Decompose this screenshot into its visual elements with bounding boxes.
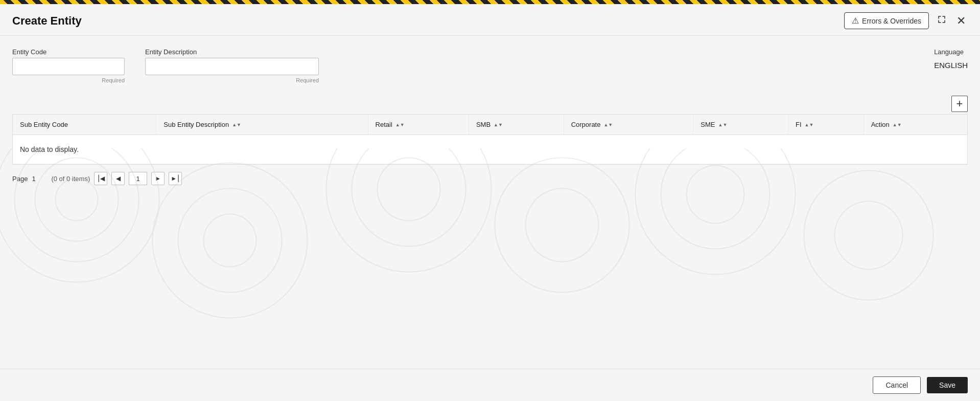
col-fi[interactable]: FI ▲▼ [788, 115, 864, 135]
sort-icon-fi: ▲▼ [805, 122, 814, 127]
col-sub-entity-code-label: Sub Entity Code [20, 121, 68, 128]
modal-footer: Cancel Save [0, 369, 980, 401]
sub-entity-table: Sub Entity Code Sub Entity Description ▲… [13, 115, 967, 164]
entity-description-required: Required [145, 77, 319, 83]
entity-code-label: Entity Code [12, 48, 125, 56]
sort-icon-action: ▲▼ [893, 122, 902, 127]
col-corporate-label: Corporate [571, 121, 601, 128]
expand-button[interactable] [935, 13, 948, 29]
close-button[interactable]: ✕ [954, 13, 968, 29]
first-page-button[interactable]: ⎮◀ [94, 172, 107, 185]
entity-code-group: Entity Code Required [12, 48, 125, 83]
col-smb[interactable]: SMB ▲▼ [469, 115, 564, 135]
modal-body: Entity Code Required Entity Description … [0, 36, 980, 369]
sort-icon-smb: ▲▼ [494, 122, 503, 127]
page-number-input[interactable] [129, 172, 147, 185]
prev-page-button[interactable]: ◀ [111, 172, 125, 185]
table-header: Sub Entity Code Sub Entity Description ▲… [13, 115, 967, 135]
entity-code-input[interactable] [12, 58, 125, 75]
language-label: Language [934, 48, 968, 56]
table-container: Sub Entity Code Sub Entity Description ▲… [12, 114, 968, 165]
next-page-button[interactable]: ► [151, 172, 165, 185]
col-sub-entity-desc-label: Sub Entity Description [164, 121, 229, 128]
col-retail-label: Retail [376, 121, 392, 128]
cancel-button[interactable]: Cancel [873, 376, 921, 394]
modal-container: Create Entity ⚠ Errors & Overrides ✕ Ent… [0, 4, 980, 401]
top-bar [0, 0, 980, 4]
sort-icon-retail: ▲▼ [395, 122, 405, 127]
col-action-label: Action [871, 121, 890, 128]
col-action[interactable]: Action ▲▼ [864, 115, 967, 135]
no-data-row: No data to display. [13, 135, 967, 164]
entity-description-label: Entity Description [145, 48, 319, 56]
sort-icon-sub-entity-desc: ▲▼ [232, 122, 241, 127]
sort-icon-sme: ▲▼ [718, 122, 727, 127]
col-sme-label: SME [701, 121, 715, 128]
page-label: Page [12, 175, 28, 183]
add-button-row: + [12, 96, 968, 112]
entity-code-required: Required [12, 77, 125, 83]
page-info: (0 of 0 items) [51, 175, 90, 183]
entity-description-input[interactable] [145, 58, 319, 75]
modal-header: Create Entity ⚠ Errors & Overrides ✕ [0, 4, 980, 36]
errors-btn-label: Errors & Overrides [862, 17, 921, 25]
add-row-button[interactable]: + [951, 96, 968, 112]
col-fi-label: FI [796, 121, 802, 128]
errors-overrides-button[interactable]: ⚠ Errors & Overrides [844, 12, 929, 29]
col-smb-label: SMB [476, 121, 491, 128]
no-data-text: No data to display. [13, 135, 967, 164]
last-page-button[interactable]: ►⎮ [169, 172, 182, 185]
modal-title: Create Entity [12, 14, 82, 28]
page-number-display: 1 [32, 175, 47, 183]
entity-description-group: Entity Description Required [145, 48, 319, 83]
pagination-row: Page 1 (0 of 0 items) ⎮◀ ◀ ► ►⎮ [12, 165, 968, 189]
sort-icon-corporate: ▲▼ [603, 122, 613, 127]
header-actions: ⚠ Errors & Overrides ✕ [844, 12, 968, 29]
save-button[interactable]: Save [927, 377, 968, 393]
col-sub-entity-code: Sub Entity Code [13, 115, 156, 135]
col-sub-entity-desc[interactable]: Sub Entity Description ▲▼ [156, 115, 368, 135]
col-corporate[interactable]: Corporate ▲▼ [564, 115, 693, 135]
table-body: No data to display. [13, 135, 967, 164]
col-retail[interactable]: Retail ▲▼ [368, 115, 469, 135]
col-sme[interactable]: SME ▲▼ [693, 115, 788, 135]
language-group: Language ENGLISH [934, 48, 968, 70]
warning-icon: ⚠ [852, 16, 859, 26]
language-value: ENGLISH [934, 61, 968, 70]
form-row: Entity Code Required Entity Description … [12, 48, 968, 83]
